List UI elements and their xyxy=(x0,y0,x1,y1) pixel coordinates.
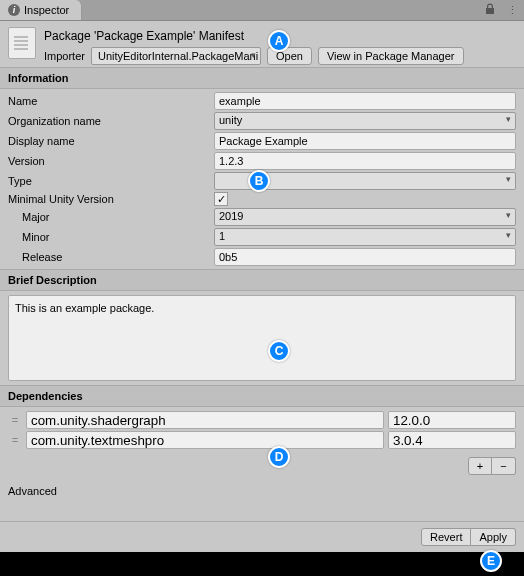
inspector-tab[interactable]: i Inspector xyxy=(0,0,82,20)
release-field[interactable] xyxy=(214,248,516,266)
dependency-name-field[interactable] xyxy=(26,411,384,429)
document-icon xyxy=(8,27,36,59)
dependencies-list: = = xyxy=(0,407,524,453)
name-label: Name xyxy=(8,95,208,107)
callout-d: D xyxy=(268,446,290,468)
org-select[interactable]: unity xyxy=(214,112,516,130)
remove-dependency-button[interactable]: − xyxy=(492,457,516,475)
asset-header: Package 'Package Example' Manifest Impor… xyxy=(0,21,524,67)
lock-icon[interactable] xyxy=(479,3,501,17)
major-select[interactable]: 2019 xyxy=(214,208,516,226)
name-field[interactable] xyxy=(214,92,516,110)
dependency-row: = xyxy=(8,431,516,449)
brief-description-header: Brief Description xyxy=(0,269,524,291)
dependencies-header: Dependencies xyxy=(0,385,524,407)
importer-label: Importer xyxy=(44,50,85,62)
dependency-name-field[interactable] xyxy=(26,431,384,449)
tab-label: Inspector xyxy=(24,4,69,16)
minor-select[interactable]: 1 xyxy=(214,228,516,246)
info-icon: i xyxy=(8,4,20,16)
minor-label: Minor xyxy=(8,231,208,243)
min-unity-version-label: Minimal Unity Version xyxy=(8,193,208,205)
add-dependency-button[interactable]: + xyxy=(468,457,492,475)
callout-b: B xyxy=(248,170,270,192)
callout-c: C xyxy=(268,340,290,362)
view-in-package-manager-button[interactable]: View in Package Manager xyxy=(318,47,464,65)
org-label: Organization name xyxy=(8,115,208,127)
footer: Revert Apply xyxy=(0,521,524,552)
type-label: Type xyxy=(8,175,208,187)
display-name-label: Display name xyxy=(8,135,208,147)
information-header: Information xyxy=(0,67,524,89)
tab-bar: i Inspector ⋮ xyxy=(0,0,524,21)
major-label: Major xyxy=(8,211,208,223)
apply-button[interactable]: Apply xyxy=(471,528,516,546)
importer-dropdown[interactable]: UnityEditorInternal.PackageMani xyxy=(91,47,261,65)
dependency-version-field[interactable] xyxy=(388,411,516,429)
revert-button[interactable]: Revert xyxy=(421,528,471,546)
inspector-panel: i Inspector ⋮ Package 'Package Example' … xyxy=(0,0,524,552)
kebab-menu-icon[interactable]: ⋮ xyxy=(501,4,524,17)
version-label: Version xyxy=(8,155,208,167)
display-name-field[interactable] xyxy=(214,132,516,150)
advanced-foldout[interactable]: Advanced xyxy=(0,477,524,505)
description-textarea[interactable]: This is an example package. xyxy=(8,295,516,381)
drag-handle-icon[interactable]: = xyxy=(8,434,22,446)
min-unity-version-checkbox[interactable] xyxy=(214,192,228,206)
callout-a: A xyxy=(268,30,290,52)
dependency-row: = xyxy=(8,411,516,429)
drag-handle-icon[interactable]: = xyxy=(8,414,22,426)
version-field[interactable] xyxy=(214,152,516,170)
release-label: Release xyxy=(8,251,208,263)
callout-e: E xyxy=(480,550,502,572)
dependency-version-field[interactable] xyxy=(388,431,516,449)
